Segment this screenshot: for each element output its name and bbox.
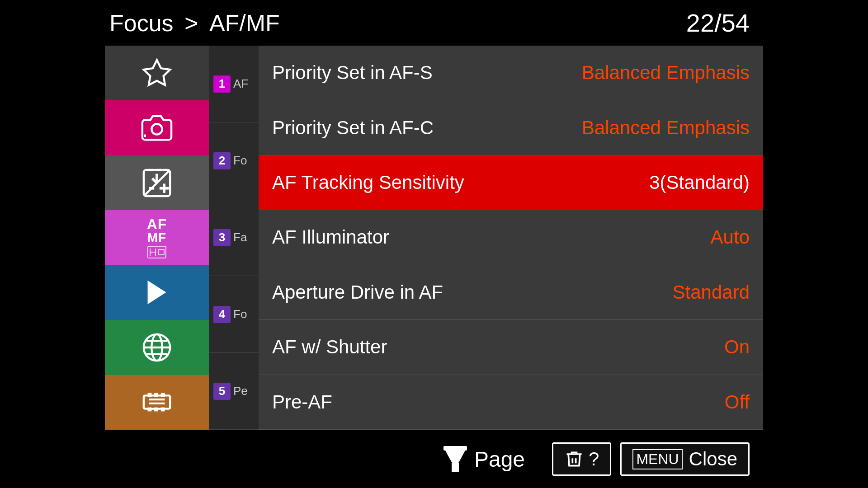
tools-icon xyxy=(105,375,209,430)
submenu-item-2[interactable]: 2 Fo xyxy=(209,122,259,199)
submenu-num-1: 1 xyxy=(213,75,231,93)
menu-item-value-4: Standard xyxy=(673,282,750,303)
submenu-item-4[interactable]: 4 Fo xyxy=(209,276,259,353)
menu-item-label-0: Priority Set in AF-S xyxy=(272,62,433,84)
submenu-num-5: 5 xyxy=(213,383,231,400)
submenu-label-3: Fa xyxy=(233,230,247,244)
delete-help-button[interactable]: ? xyxy=(552,442,611,476)
menu-item-value-5: On xyxy=(724,336,750,358)
menu-item-0[interactable]: Priority Set in AF-S Balanced Emphasis xyxy=(259,46,763,100)
submenu-label-1: AF xyxy=(233,77,248,91)
breadcrumb-root: Focus xyxy=(109,10,174,36)
breadcrumb-child: AF/MF xyxy=(209,10,280,36)
submenu-label-5: Pe xyxy=(233,384,248,398)
page-button[interactable]: Page xyxy=(443,445,525,473)
submenu-num-3: 3 xyxy=(213,229,231,246)
svg-rect-19 xyxy=(148,393,152,397)
menu-item-value-6: Off xyxy=(725,391,750,413)
svg-marker-12 xyxy=(148,281,166,305)
submenu-num-2: 2 xyxy=(213,152,231,169)
menu-item-6[interactable]: Pre-AF Off xyxy=(259,375,763,430)
afmf-icon: AF MF xyxy=(105,210,209,265)
sidebar-item-afmf[interactable]: AF MF xyxy=(105,210,209,265)
menu-item-label-4: Aperture Drive in AF xyxy=(272,282,443,303)
breadcrumb-separator: > xyxy=(184,10,205,36)
menu-item-3[interactable]: AF Illuminator Auto xyxy=(259,210,763,265)
sidebar-item-exposure[interactable] xyxy=(105,155,209,210)
sidebar: AF MF xyxy=(105,46,209,430)
breadcrumb: Focus > AF/MF xyxy=(109,9,280,37)
menu-item-5[interactable]: AF w/ Shutter On xyxy=(259,320,763,375)
sidebar-item-star[interactable] xyxy=(105,46,209,100)
menu-list: Priority Set in AF-S Balanced Emphasis P… xyxy=(259,46,763,430)
menu-btn-prefix: MENU xyxy=(632,449,682,469)
svg-rect-27 xyxy=(443,446,467,450)
main-content: AF MF xyxy=(105,46,763,430)
menu-item-value-2: 3(Standard) xyxy=(649,172,750,193)
help-label: ? xyxy=(589,448,599,470)
exposure-icon xyxy=(105,155,209,210)
svg-rect-18 xyxy=(144,396,170,409)
menu-item-label-3: AF Illuminator xyxy=(272,226,389,248)
svg-rect-11 xyxy=(158,249,164,255)
menu-item-value-0: Balanced Emphasis xyxy=(582,62,750,84)
sidebar-item-globe[interactable] xyxy=(105,320,209,375)
submenu-strip: 1 AF 2 Fo 3 Fa 4 Fo 5 Pe xyxy=(209,46,259,430)
menu-item-label-5: AF w/ Shutter xyxy=(272,336,387,358)
sidebar-item-camera[interactable] xyxy=(105,100,209,155)
delete-icon xyxy=(564,449,584,469)
submenu-num-4: 4 xyxy=(213,306,231,323)
header: Focus > AF/MF 22/54 xyxy=(105,0,763,46)
menu-item-4[interactable]: Aperture Drive in AF Standard xyxy=(259,265,763,320)
svg-marker-28 xyxy=(445,450,465,462)
menu-item-1[interactable]: Priority Set in AF-C Balanced Emphasis xyxy=(259,100,763,155)
svg-rect-22 xyxy=(148,408,152,412)
submenu-item-3[interactable]: 3 Fa xyxy=(209,199,259,276)
camera-icon xyxy=(105,100,209,155)
sidebar-item-video[interactable] xyxy=(105,265,209,320)
svg-point-0 xyxy=(151,124,162,134)
sidebar-item-tools[interactable] xyxy=(105,375,209,430)
svg-rect-20 xyxy=(154,393,158,397)
menu-close-label: Close xyxy=(689,448,737,470)
submenu-item-1[interactable]: 1 AF xyxy=(209,46,259,122)
submenu-label-4: Fo xyxy=(233,307,247,321)
screen: Focus > AF/MF 22/54 xyxy=(105,0,763,488)
svg-rect-21 xyxy=(161,393,165,397)
svg-rect-24 xyxy=(161,408,165,412)
menu-close-button[interactable]: MENU Close xyxy=(620,442,750,476)
menu-item-label-6: Pre-AF xyxy=(272,391,332,413)
page-label: Page xyxy=(474,447,525,472)
star-icon xyxy=(105,46,209,100)
menu-item-label-2: AF Tracking Sensitivity xyxy=(272,172,464,193)
svg-rect-29 xyxy=(452,462,459,472)
globe-icon xyxy=(105,320,209,375)
submenu-label-2: Fo xyxy=(233,154,247,168)
menu-item-label-1: Priority Set in AF-C xyxy=(272,117,434,139)
menu-item-value-1: Balanced Emphasis xyxy=(582,117,750,139)
footer: Page ? MENU Close xyxy=(105,430,763,488)
video-icon xyxy=(105,265,209,320)
page-count: 22/54 xyxy=(686,8,750,38)
menu-item-value-3: Auto xyxy=(711,226,750,248)
svg-rect-23 xyxy=(154,408,158,412)
submenu-item-5[interactable]: 5 Pe xyxy=(209,353,259,430)
page-icon xyxy=(443,445,468,473)
menu-item-2[interactable]: AF Tracking Sensitivity 3(Standard) xyxy=(259,155,763,210)
